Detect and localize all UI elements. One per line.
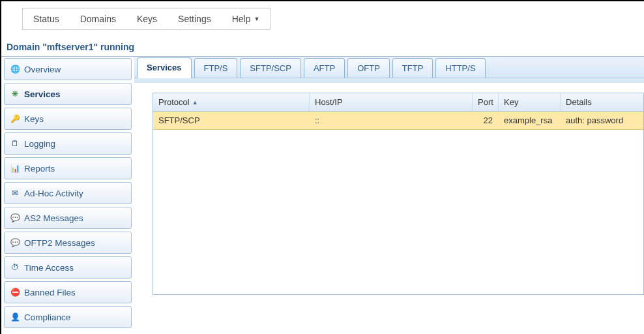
- sidebar-item-label: Compliance: [24, 312, 70, 322]
- nav-help[interactable]: Help ▼: [222, 8, 271, 29]
- sidebar-item-banned-files[interactable]: Banned Files: [4, 281, 132, 303]
- nav-status[interactable]: Status: [23, 8, 70, 29]
- sidebar-item-label: AS2 Messages: [24, 213, 83, 223]
- table-header-row: Protocol ▲ Host/IP Port Key Details: [153, 93, 643, 112]
- nav-status-label: Status: [33, 14, 59, 24]
- sidebar-item-time-access[interactable]: Time Access: [4, 256, 132, 279]
- col-header-details[interactable]: Details: [561, 93, 643, 111]
- nav-domains-label: Domains: [80, 14, 116, 24]
- clock-icon: [10, 262, 20, 273]
- nav-domains[interactable]: Domains: [70, 8, 126, 29]
- tab-https[interactable]: HTTP/S: [435, 58, 485, 78]
- sidebar-item-label: Keys: [24, 114, 44, 124]
- services-icon: [10, 89, 20, 99]
- overview-icon: [10, 64, 20, 74]
- tab-ftps[interactable]: FTP/S: [194, 58, 238, 78]
- col-header-key[interactable]: Key: [499, 93, 561, 111]
- tab-label: Services: [147, 63, 182, 72]
- nav-help-label: Help: [232, 14, 251, 24]
- messages-icon: [10, 213, 20, 223]
- tab-oftp[interactable]: OFTP: [347, 58, 390, 78]
- cell-details: auth: password: [561, 112, 643, 129]
- tab-sftpscp[interactable]: SFTP/SCP: [240, 58, 301, 78]
- nav-keys[interactable]: Keys: [126, 8, 168, 29]
- tab-label: AFTP: [314, 63, 335, 73]
- sidebar-item-as2-messages[interactable]: AS2 Messages: [4, 207, 132, 229]
- col-header-label: Host/IP: [315, 97, 343, 107]
- tab-label: HTTP/S: [445, 63, 475, 73]
- sidebar-item-oftp2-messages[interactable]: OFTP2 Messages: [4, 232, 132, 254]
- sidebar-item-label: Services: [24, 89, 61, 99]
- cell-protocol: SFTP/SCP: [153, 112, 310, 129]
- page-title: Domain "mftserver1" running: [7, 42, 644, 52]
- tab-label: OFTP: [357, 63, 380, 73]
- banned-icon: [10, 287, 20, 297]
- tab-aftp[interactable]: AFTP: [304, 58, 345, 78]
- col-header-label: Key: [504, 97, 518, 107]
- sidebar-item-adhoc-activity[interactable]: Ad-Hoc Activity: [4, 182, 132, 204]
- cell-port: 22: [473, 112, 499, 129]
- tab-label: SFTP/SCP: [250, 63, 291, 73]
- cell-key: example_rsa: [499, 112, 561, 129]
- sort-asc-icon: ▲: [192, 99, 198, 106]
- col-header-protocol[interactable]: Protocol ▲: [153, 93, 310, 111]
- caret-down-icon: ▼: [254, 16, 259, 22]
- col-header-label: Details: [566, 97, 592, 107]
- col-header-host[interactable]: Host/IP: [310, 93, 473, 111]
- cell-host: ::: [310, 112, 473, 129]
- sidebar-item-overview[interactable]: Overview: [4, 58, 132, 80]
- col-header-label: Protocol: [158, 97, 190, 107]
- sidebar-item-label: Logging: [24, 139, 55, 149]
- sidebar-item-label: Overview: [24, 65, 61, 74]
- tabs-bar: Services FTP/S SFTP/SCP AFTP OFTP TFTP H…: [134, 57, 644, 78]
- nav-keys-label: Keys: [137, 14, 157, 24]
- logging-icon: [10, 138, 20, 149]
- top-nav: Status Domains Keys Settings Help ▼: [22, 8, 271, 30]
- sidebar-item-services[interactable]: Services: [4, 83, 132, 105]
- content-area: Services FTP/S SFTP/SCP AFTP OFTP TFTP H…: [134, 57, 644, 331]
- sidebar-item-label: Time Access: [24, 263, 74, 273]
- tab-tftp[interactable]: TFTP: [392, 58, 433, 78]
- envelope-icon: [10, 188, 20, 198]
- sidebar-item-keys[interactable]: Keys: [4, 108, 132, 130]
- sidebar-item-label: OFTP2 Messages: [24, 238, 95, 248]
- person-icon: [10, 312, 20, 322]
- tab-label: FTP/S: [204, 63, 228, 73]
- sidebar-item-reports[interactable]: Reports: [4, 157, 132, 179]
- sidebar-item-label: Reports: [24, 164, 55, 174]
- tab-services[interactable]: Services: [137, 57, 192, 78]
- messages-icon: [10, 237, 20, 248]
- services-table: Protocol ▲ Host/IP Port Key Details SFTP…: [153, 93, 644, 295]
- keys-icon: [10, 114, 20, 124]
- table-row[interactable]: SFTP/SCP :: 22 example_rsa auth: passwor…: [153, 112, 643, 130]
- sidebar: Overview Services Keys Logging Reports A…: [1, 57, 134, 331]
- tab-label: TFTP: [402, 63, 424, 73]
- sidebar-item-label: Ad-Hoc Activity: [24, 189, 83, 198]
- sidebar-item-logging[interactable]: Logging: [4, 132, 132, 155]
- col-header-port[interactable]: Port: [473, 93, 499, 111]
- sidebar-item-compliance[interactable]: Compliance: [4, 306, 132, 328]
- nav-settings-label: Settings: [178, 14, 211, 24]
- nav-settings[interactable]: Settings: [168, 8, 222, 29]
- reports-icon: [10, 163, 20, 174]
- col-header-label: Port: [478, 97, 493, 107]
- sidebar-item-label: Banned Files: [24, 288, 76, 297]
